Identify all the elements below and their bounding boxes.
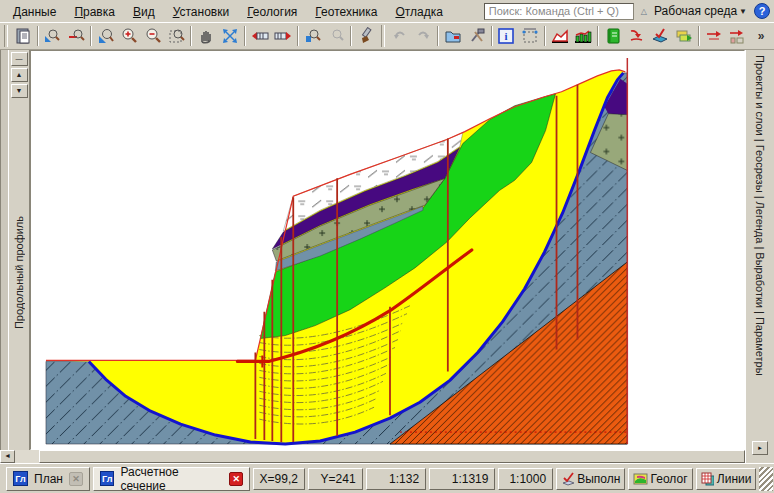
pan-button[interactable] (194, 24, 218, 48)
collapse-panel-button[interactable]: — (11, 52, 28, 66)
tools-button[interactable] (465, 24, 489, 48)
profile-chart-icon (551, 27, 569, 45)
menu-settings[interactable]: Установки (164, 2, 239, 21)
workspace-selector[interactable]: Рабочая среда ▼ (654, 4, 747, 18)
main-toolbar: i » (0, 22, 774, 50)
chevron-down-icon: ▼ (739, 7, 747, 16)
profile-panel-title: Продольный профиль (13, 216, 25, 329)
zoom-corner-button[interactable] (94, 24, 118, 48)
goto-next-button[interactable] (702, 24, 726, 48)
menu-edit[interactable]: Правка (65, 2, 124, 21)
toolbar-separator (544, 26, 546, 46)
scroll-left-button[interactable]: ◄ (0, 450, 15, 463)
document-icon: Гл (13, 471, 28, 486)
zoom-out-button[interactable] (141, 24, 165, 48)
profile-chart-button[interactable] (548, 24, 572, 48)
measure-area-button[interactable] (518, 24, 542, 48)
coord-x-field: X=99,2 (253, 468, 305, 490)
surface-apply-icon (628, 27, 646, 45)
scroll-up-button[interactable]: ▲ (11, 68, 28, 82)
toolbar-overflow-button[interactable]: » (749, 24, 773, 48)
measure-right-icon (274, 27, 292, 45)
info-button[interactable]: i (495, 24, 519, 48)
brush-icon (357, 27, 375, 45)
verify-layers-button[interactable] (649, 24, 673, 48)
scroll-down-button[interactable]: ▼ (11, 84, 28, 98)
toggle-geolog[interactable]: Геолог (628, 468, 692, 490)
paste-button[interactable] (11, 24, 35, 48)
toggle-linii-label: Линии (717, 472, 752, 486)
help-question-icon[interactable]: ? (754, 3, 770, 19)
toolbar-grip[interactable] (381, 25, 385, 47)
zoom-corner-icon (97, 27, 115, 45)
legend-book-button[interactable] (601, 24, 625, 48)
menu-geotechnics[interactable]: Геотехника (306, 2, 386, 21)
menu-geology[interactable]: Геология (238, 2, 306, 21)
copy-layers-button[interactable] (672, 24, 696, 48)
expand-panel-button[interactable]: ▸ (752, 441, 768, 455)
zoom-extents-button[interactable] (218, 24, 242, 48)
zoom-object-icon (304, 27, 322, 45)
resize-grip[interactable] (759, 467, 773, 491)
redo-button (412, 24, 436, 48)
zoom-extents-icon (221, 27, 239, 45)
goto-frame-button[interactable] (726, 24, 750, 48)
menu-data[interactable]: Данные (4, 2, 65, 21)
drawing-canvas[interactable] (30, 50, 745, 450)
svg-text:i: i (505, 30, 508, 42)
vertical-splitter[interactable] (0, 50, 9, 450)
toolbar-separator (698, 26, 700, 46)
document-icon: Гл (100, 471, 115, 486)
toolbar-separator (491, 26, 493, 46)
menu-right-area: △ Рабочая среда ▼ ? (484, 3, 774, 20)
toolbar-grip[interactable] (4, 25, 8, 47)
lines-icon (701, 472, 714, 486)
toolbar-separator (297, 26, 299, 46)
cross-section-drawing[interactable] (31, 51, 744, 449)
zoom-disabled-icon (328, 27, 346, 45)
surface-apply-button[interactable] (625, 24, 649, 48)
search-input[interactable] (484, 3, 634, 20)
scale-field-3: 1:1000 (498, 468, 553, 490)
close-icon[interactable]: ✕ (229, 472, 243, 486)
zoom-window-button[interactable] (165, 24, 189, 48)
toolbar-separator (350, 26, 352, 46)
measure-right-button[interactable] (271, 24, 295, 48)
right-panel-tabs[interactable]: Проекты и слои | Геосрезы | Легенда | Вы… (754, 55, 766, 376)
book-icon (604, 27, 622, 45)
toggle-linii[interactable]: Линии (696, 468, 757, 490)
zoom-previous-icon (43, 27, 61, 45)
undo-button (388, 24, 412, 48)
menu-debug[interactable]: Отладка (386, 2, 451, 21)
tab-plan[interactable]: Гл План ✕ (6, 467, 90, 491)
tab-calc-section[interactable]: Гл Расчетное сечение ✕ (93, 467, 250, 491)
toolbar-separator (37, 26, 39, 46)
toggle-vypoln-label: Выполн (577, 472, 620, 486)
brush-button[interactable] (354, 24, 378, 48)
info-icon: i (497, 27, 515, 45)
toolbar-separator (437, 26, 439, 46)
measure-left-button[interactable] (248, 24, 272, 48)
histogram-button[interactable] (572, 24, 596, 48)
zoom-dynamic-button[interactable] (64, 24, 88, 48)
zoom-previous-button[interactable] (41, 24, 65, 48)
tab-plan-label: План (34, 472, 63, 486)
zoom-in-button[interactable] (118, 24, 142, 48)
scrollbar-thumb[interactable] (39, 450, 745, 463)
scrollbar-track[interactable] (15, 450, 39, 463)
arrow-box-icon (728, 27, 746, 45)
geonics-app-window: { "menu": { "items": [ { "label": "Данны… (0, 0, 774, 493)
menu-view[interactable]: Вид (124, 2, 164, 21)
canvas-row: — ▲ ▼ Продольный профиль (0, 50, 745, 450)
left-strip: — ▲ ▼ Продольный профиль (0, 50, 30, 450)
close-icon[interactable]: ✕ (69, 472, 83, 486)
status-bar: Гл План ✕ Гл Расчетное сечение ✕ X=99,2 … (0, 463, 774, 493)
redo-icon (414, 27, 432, 45)
toggle-vypoln[interactable]: Выполн (556, 468, 625, 490)
collapse-search-icon[interactable]: △ (641, 7, 647, 16)
arrow-right-icon (705, 27, 723, 45)
zoom-object-button[interactable] (301, 24, 325, 48)
toolbar-separator (244, 26, 246, 46)
workspace-label: Рабочая среда (654, 4, 737, 18)
project-folder-button[interactable] (441, 24, 465, 48)
